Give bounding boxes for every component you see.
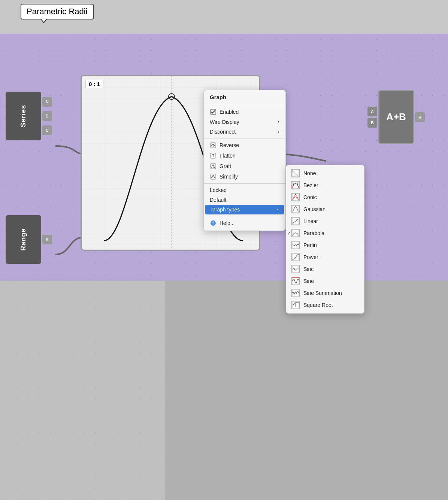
- aplusb-node[interactable]: A B A+B R: [367, 90, 429, 144]
- submenu-item-bezier[interactable]: Bezier: [286, 179, 364, 191]
- square-root-icon: [291, 301, 300, 309]
- menu-item-flatten[interactable]: Flatten: [204, 150, 285, 161]
- menu-item-locked[interactable]: Locked: [204, 185, 285, 195]
- menu-item-simplify[interactable]: Simplify: [204, 171, 285, 182]
- wire-display-arrow: ›: [278, 119, 279, 125]
- menu-graph-types-label: Graph types: [211, 207, 240, 213]
- menu-item-reverse[interactable]: Reverse: [204, 140, 285, 150]
- linear-icon: [291, 217, 300, 225]
- submenu-sine-label: Sine: [303, 278, 314, 284]
- sine-summation-icon: [291, 289, 300, 297]
- menu-item-graft[interactable]: Graft: [204, 161, 285, 171]
- submenu-square-root-label: Square Root: [303, 302, 333, 308]
- tooltip-box: Parametric Radii: [21, 4, 94, 19]
- submenu-item-linear[interactable]: Linear: [286, 215, 364, 227]
- series-port-s[interactable]: S: [42, 111, 52, 121]
- submenu-gaussian-label: Gaussian: [303, 206, 326, 212]
- flatten-icon: [210, 152, 217, 159]
- bottom-area: [0, 281, 448, 500]
- aplusb-label: A+B: [386, 111, 406, 123]
- bottom-canvas: [0, 281, 165, 500]
- menu-item-help[interactable]: ? Help...: [204, 218, 285, 228]
- range-node[interactable]: Range R: [6, 215, 54, 264]
- submenu-power-label: Power: [303, 254, 318, 260]
- menu-flatten-label: Flatten: [220, 153, 236, 159]
- enabled-icon: [210, 109, 217, 115]
- range-port-r[interactable]: R: [42, 235, 52, 244]
- submenu-item-sine-summation[interactable]: Sine Summation: [286, 287, 364, 299]
- submenu-bezier-label: Bezier: [303, 182, 318, 188]
- submenu-item-none[interactable]: None: [286, 167, 364, 179]
- aplusb-port-a[interactable]: A: [367, 107, 377, 116]
- submenu-item-sinc[interactable]: Sinc: [286, 263, 364, 275]
- graph-range-label: 0 : 1: [85, 80, 103, 88]
- none-icon: [291, 169, 300, 177]
- svg-line-22: [293, 219, 299, 223]
- graft-icon: [210, 163, 217, 170]
- canvas-area: seconds ago) Parametric Radii Series N: [0, 0, 448, 500]
- menu-locked-label: Locked: [210, 187, 227, 193]
- submenu-item-parabola[interactable]: ✓ Parabola: [286, 227, 364, 239]
- aplusb-port-b[interactable]: B: [367, 118, 377, 128]
- bezier-icon: [291, 181, 300, 189]
- menu-wire-display-label: Wire Display: [210, 119, 239, 125]
- series-port-c[interactable]: C: [42, 125, 52, 135]
- graph-types-submenu: None Bezier: [286, 165, 364, 314]
- submenu-sinc-label: Sinc: [303, 266, 314, 272]
- menu-default-label: Default: [210, 197, 226, 203]
- menu-item-graph-types[interactable]: Graph types ›: [205, 205, 284, 214]
- menu-divider-4: [204, 216, 285, 216]
- svg-rect-29: [292, 290, 299, 296]
- submenu-linear-label: Linear: [303, 218, 318, 224]
- menu-header: Graph: [204, 92, 285, 103]
- menu-divider-2: [204, 138, 285, 138]
- gaussian-icon: [291, 205, 300, 213]
- submenu-item-square-root[interactable]: Square Root: [286, 299, 364, 311]
- menu-divider-1: [204, 105, 285, 105]
- parabola-check: ✓: [287, 231, 291, 236]
- svg-rect-27: [292, 278, 299, 284]
- range-label: Range: [19, 228, 27, 251]
- menu-simplify-label: Simplify: [220, 174, 238, 180]
- submenu-perlin-label: Perlin: [303, 242, 317, 248]
- simplify-icon: [210, 173, 217, 180]
- aplusb-port-r[interactable]: R: [415, 112, 425, 122]
- submenu-conic-label: Conic: [303, 194, 317, 200]
- submenu-none-label: None: [303, 170, 316, 176]
- conic-icon: [291, 193, 300, 201]
- series-label: Series: [19, 105, 27, 127]
- menu-help-label: Help...: [220, 220, 234, 226]
- reverse-icon: [210, 142, 217, 149]
- menu-graft-label: Graft: [220, 163, 231, 169]
- menu-enabled-label: Enabled: [220, 109, 239, 115]
- submenu-item-perlin[interactable]: Perlin: [286, 239, 364, 251]
- menu-item-disconnect[interactable]: Disconnect ›: [204, 127, 285, 137]
- graph-types-arrow: ›: [276, 207, 278, 212]
- menu-item-wire-display[interactable]: Wire Display ›: [204, 117, 285, 127]
- submenu-item-sine[interactable]: Sine: [286, 275, 364, 287]
- submenu-sine-summation-label: Sine Summation: [303, 290, 342, 296]
- bottom-canvas-grid: [0, 281, 165, 500]
- menu-reverse-label: Reverse: [220, 142, 239, 148]
- sinc-icon: [291, 265, 300, 273]
- aplusb-body: A+B: [378, 90, 414, 144]
- series-port-n[interactable]: N: [42, 97, 52, 107]
- menu-disconnect-label: Disconnect: [210, 129, 236, 135]
- svg-text:?: ?: [212, 221, 214, 225]
- menu-item-enabled[interactable]: Enabled: [204, 107, 285, 117]
- submenu-item-power[interactable]: Power: [286, 251, 364, 263]
- submenu-parabola-label: Parabola: [303, 230, 324, 236]
- context-menu: Graph Enabled Wire Display › Disconnect …: [203, 90, 286, 231]
- help-icon: ?: [210, 220, 217, 226]
- svg-rect-17: [292, 194, 299, 201]
- menu-item-default[interactable]: Default: [204, 195, 285, 205]
- menu-divider-3: [204, 183, 285, 184]
- perlin-icon: [291, 241, 300, 249]
- submenu-item-conic[interactable]: Conic: [286, 191, 364, 203]
- svg-rect-23: [292, 230, 299, 237]
- power-icon: [291, 253, 300, 261]
- disconnect-arrow: ›: [278, 129, 279, 134]
- series-node[interactable]: Series N S C: [6, 92, 54, 140]
- svg-line-13: [293, 170, 299, 176]
- submenu-item-gaussian[interactable]: Gaussian: [286, 203, 364, 215]
